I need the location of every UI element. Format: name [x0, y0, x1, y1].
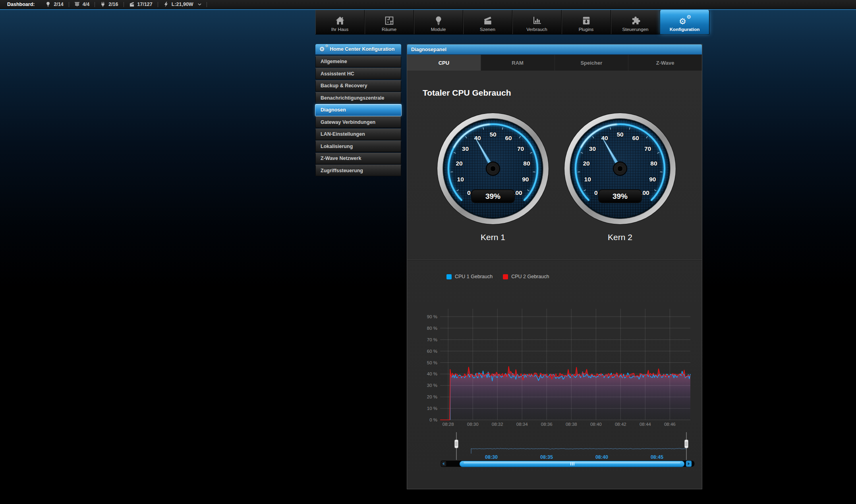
navigator-series: [471, 448, 686, 454]
svg-text:08:38: 08:38: [566, 422, 577, 427]
scrollbar-thumb[interactable]: [460, 461, 684, 467]
bulb-icon: [45, 2, 51, 7]
svg-text:10: 10: [457, 176, 464, 183]
svg-text:50 %: 50 %: [427, 360, 437, 365]
chevron-down-icon[interactable]: [198, 3, 201, 6]
svg-text:08:45: 08:45: [651, 454, 663, 460]
sidebar-header-label: Home Center Konfiguration: [328, 46, 401, 52]
gears-icon: ⚙⚙: [319, 46, 328, 52]
consumption-icon: [532, 14, 542, 25]
screen: Dashboard: 2/144/42/1617/127L:21,90W Ihr…: [0, 0, 856, 504]
svg-text:08:32: 08:32: [492, 422, 503, 427]
svg-text:30: 30: [462, 145, 469, 152]
legend-item-cpu-2-gebrauch[interactable]: CPU 2 Gebrauch: [503, 274, 549, 279]
separator: [207, 2, 207, 7]
nav-item-steuerungen[interactable]: Steuerungen: [611, 10, 660, 34]
sidebar-item-lokalisierung[interactable]: Lokalisierung: [315, 140, 401, 152]
svg-text:08:36: 08:36: [541, 422, 553, 427]
nav-item-plugins[interactable]: Plugins: [562, 10, 611, 34]
gauge-dial: 0102030405060708090100 39%: [436, 112, 550, 225]
legend-label: CPU 2 Gebrauch: [511, 274, 549, 279]
sidebar-item-zugriffssteuerung[interactable]: Zugriffssteuerung: [315, 165, 401, 176]
cpu-usage-chart: 0 %10 %20 %30 %40 %50 %60 %70 %80 %90 %0…: [420, 304, 698, 428]
svg-text:30 %: 30 %: [427, 383, 437, 388]
dashboard-stat-value: 2/16: [108, 2, 118, 7]
puzzle-icon: [631, 14, 640, 25]
lightning-icon: [163, 2, 169, 7]
floorplan-icon: [385, 14, 394, 25]
svg-text:10: 10: [584, 176, 591, 183]
svg-text:08:42: 08:42: [615, 422, 626, 427]
sidebar-item-benachrichtigungszentrale[interactable]: Benachrichtigungszentrale: [315, 92, 401, 104]
svg-text:70: 70: [644, 145, 651, 152]
sidebar-item-allgemeine[interactable]: Allgemeine: [315, 56, 401, 67]
gauge-core-label: Kern 2: [563, 233, 677, 242]
dashboard-stat-lightning[interactable]: L:21,90W: [158, 2, 207, 7]
dashboard-stat-bulb[interactable]: 2/14: [40, 2, 68, 7]
svg-text:50: 50: [616, 131, 623, 138]
nav-item-module[interactable]: Module: [414, 10, 463, 34]
dashboard-stat-clapperboard[interactable]: 17/127: [124, 2, 158, 7]
dashboard-stat-value: 4/4: [83, 2, 89, 7]
tab-ram[interactable]: RAM: [481, 55, 555, 71]
tab-cpu[interactable]: CPU: [407, 55, 481, 71]
svg-text:90 %: 90 %: [427, 314, 437, 319]
svg-text:08:30: 08:30: [467, 422, 479, 427]
section-divider: [407, 260, 702, 260]
plugins-icon: [582, 14, 591, 25]
svg-text:60: 60: [632, 135, 639, 141]
bulb-icon: [434, 14, 443, 25]
scrollbar-left-arrow[interactable]: [441, 461, 446, 467]
gauge-dial: 0102030405060708090100 39%: [563, 112, 677, 225]
nav-item-verbrauch[interactable]: Verbrauch: [512, 10, 562, 34]
tab-z-wave[interactable]: Z-Wave: [628, 55, 702, 71]
nav-item-konfiguration[interactable]: ⚙⚙Konfiguration: [660, 10, 709, 34]
gauge-value: 39%: [613, 192, 628, 200]
navigator-left-handle[interactable]: [455, 432, 458, 460]
svg-text:20: 20: [583, 160, 589, 167]
svg-text:08:34: 08:34: [516, 422, 528, 427]
sidebar-item-lan-einstellungen[interactable]: LAN-Einstellungen: [315, 129, 401, 140]
gauge-kern-2: 0102030405060708090100 39% Kern 2: [563, 112, 677, 242]
svg-text:30: 30: [589, 145, 596, 152]
dashboard-stats: 2/144/42/1617/127L:21,90W: [40, 0, 207, 9]
svg-text:60: 60: [505, 135, 512, 141]
svg-text:60 %: 60 %: [427, 349, 437, 354]
svg-text:80 %: 80 %: [427, 326, 437, 331]
legend-item-cpu-1-gebrauch[interactable]: CPU 1 Gebrauch: [446, 274, 493, 279]
tab-speicher[interactable]: Speicher: [555, 55, 629, 71]
clapperboard-icon: [129, 2, 135, 7]
navigator-right-handle[interactable]: [685, 432, 688, 460]
nav-item-label: Module: [431, 27, 446, 32]
panel-header: Diagnosepanel: [407, 44, 702, 55]
svg-text:08:44: 08:44: [640, 422, 651, 427]
gauge-value: 39%: [485, 192, 500, 200]
svg-text:10 %: 10 %: [427, 406, 437, 411]
svg-text:40: 40: [601, 135, 608, 141]
sidebar-item-gateway-verbindungen[interactable]: Gateway Verbindungen: [315, 116, 401, 128]
svg-text:0: 0: [594, 189, 598, 196]
svg-text:20 %: 20 %: [427, 394, 437, 399]
sidebar-item-z-wave-netzwerk[interactable]: Z-Wave Netzwerk: [315, 153, 401, 164]
nav-item-ihr-haus[interactable]: Ihr Haus: [315, 10, 365, 34]
sidebar-item-assisstent-hc[interactable]: Assisstent HC: [315, 68, 401, 79]
svg-text:0 %: 0 %: [429, 417, 437, 422]
sidebar-item-diagnosen[interactable]: Diagnosen: [315, 104, 401, 116]
nav-item-label: Plugins: [579, 27, 594, 32]
dashboard-stat-blinds[interactable]: 4/4: [69, 2, 95, 7]
dashboard-stat-plug[interactable]: 2/16: [95, 2, 123, 7]
svg-text:08:40: 08:40: [595, 454, 608, 460]
nav-item-r-ume[interactable]: Räume: [365, 10, 414, 34]
clapperboard-icon: [483, 14, 493, 25]
nav-item-label: Räume: [382, 27, 396, 32]
svg-text:80: 80: [523, 160, 530, 167]
dashboard-topbar: Dashboard: 2/144/42/1617/127L:21,90W: [0, 0, 856, 9]
scrollbar-right-arrow[interactable]: [686, 461, 692, 467]
svg-text:80: 80: [650, 160, 657, 167]
panel-content: Totaler CPU Gebrauch 010203040506070: [407, 71, 702, 489]
sidebar-item-backup-recovery[interactable]: Backup & Recovery: [315, 80, 401, 92]
chart-legend: CPU 1 GebrauchCPU 2 Gebrauch: [446, 274, 549, 279]
nav-item-szenen[interactable]: Szenen: [463, 10, 512, 34]
nav-item-label: Ihr Haus: [331, 27, 348, 32]
svg-text:20: 20: [456, 160, 462, 167]
